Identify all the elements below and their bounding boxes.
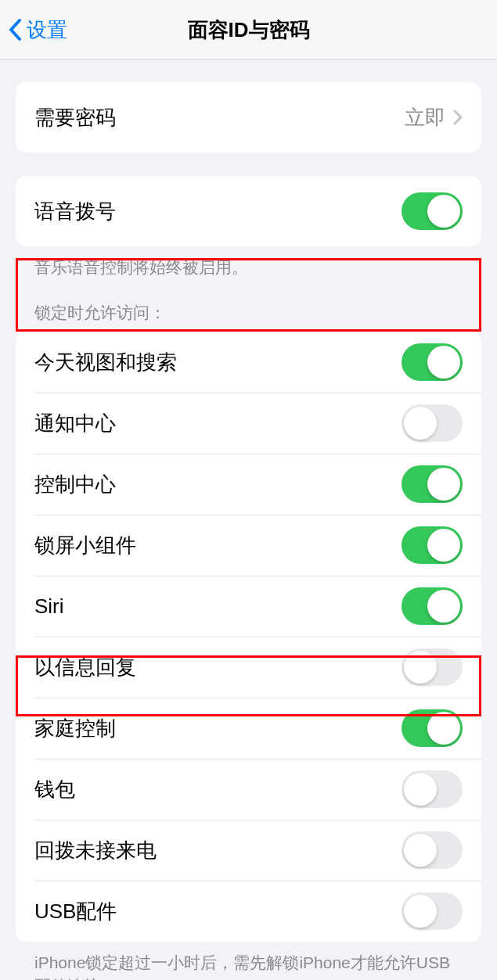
lock-access-toggle[interactable] [402, 526, 463, 564]
lock-access-row: 今天视图和搜索 [16, 332, 481, 393]
lock-access-label: 今天视图和搜索 [34, 349, 402, 376]
lock-access-label: 以信息回复 [34, 654, 402, 681]
lock-access-label: 锁屏小组件 [34, 532, 402, 559]
lock-access-label: 回拨未接来电 [34, 837, 402, 864]
voice-dial-footer: 音乐语音控制将始终被启用。 [34, 256, 463, 278]
chevron-left-icon [8, 18, 23, 41]
lock-access-toggle[interactable] [402, 892, 463, 930]
lock-access-label: Siri [34, 594, 402, 619]
lock-access-toggle[interactable] [402, 709, 463, 747]
navigation-bar: 设置 面容ID与密码 [0, 0, 497, 60]
require-passcode-label: 需要密码 [34, 104, 405, 131]
require-passcode-row[interactable]: 需要密码 立即 [16, 82, 481, 153]
lock-access-row: USB配件 [16, 881, 481, 942]
chevron-right-icon [453, 109, 463, 125]
lock-access-row: 家庭控制 [16, 698, 481, 759]
lock-access-toggle[interactable] [402, 404, 463, 442]
lock-access-label: 通知中心 [34, 410, 402, 437]
require-passcode-value: 立即 [405, 104, 445, 131]
lock-access-header: 锁定时允许访问： [34, 302, 463, 324]
lock-access-label: 钱包 [34, 776, 402, 803]
lock-access-row: 锁屏小组件 [16, 515, 481, 576]
lock-access-footer: iPhone锁定超过一小时后，需先解锁iPhone才能允许USB配件连接。 [34, 951, 463, 980]
lock-access-row: 控制中心 [16, 454, 481, 515]
lock-access-row: Siri [16, 576, 481, 637]
lock-access-label: 家庭控制 [34, 715, 402, 742]
lock-access-label: USB配件 [34, 898, 402, 925]
lock-access-toggle[interactable] [402, 770, 463, 808]
back-label: 设置 [27, 16, 67, 44]
back-button[interactable]: 设置 [8, 16, 67, 44]
lock-access-row: 以信息回复 [16, 637, 481, 698]
lock-access-label: 控制中心 [34, 471, 402, 498]
page-title: 面容ID与密码 [188, 16, 310, 44]
lock-access-toggle[interactable] [402, 831, 463, 869]
lock-access-list: 今天视图和搜索通知中心控制中心锁屏小组件Siri以信息回复家庭控制钱包回拨未接来… [16, 332, 481, 942]
lock-access-toggle[interactable] [402, 587, 463, 625]
voice-dial-label: 语音拨号 [34, 198, 402, 225]
lock-access-toggle[interactable] [402, 648, 463, 686]
lock-access-row: 回拨未接来电 [16, 820, 481, 881]
voice-dial-row: 语音拨号 [16, 176, 481, 246]
lock-access-toggle[interactable] [402, 343, 463, 381]
lock-access-row: 通知中心 [16, 393, 481, 454]
voice-dial-toggle[interactable] [402, 192, 463, 230]
lock-access-row: 钱包 [16, 759, 481, 820]
lock-access-toggle[interactable] [402, 465, 463, 503]
